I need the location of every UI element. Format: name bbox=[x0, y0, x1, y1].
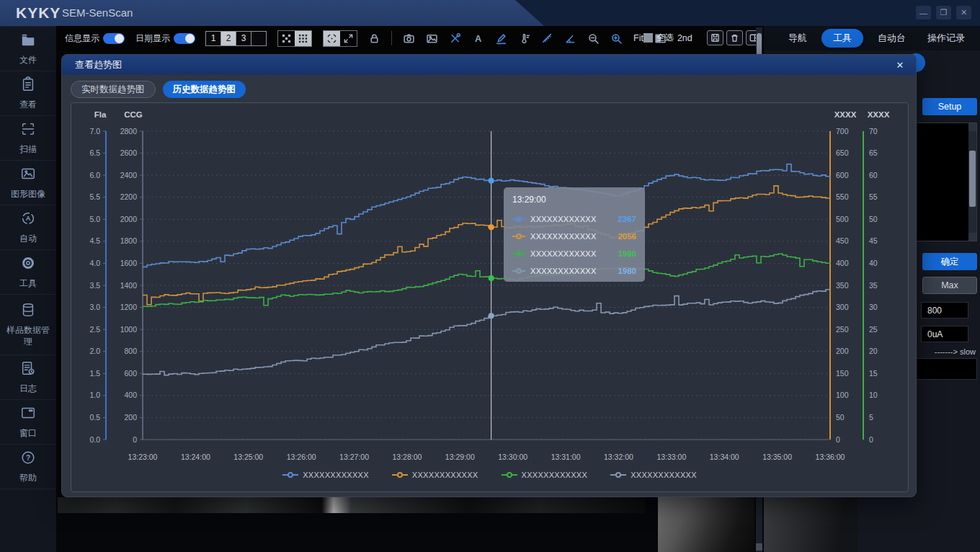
toggle-switch[interactable] bbox=[174, 33, 195, 44]
value-field-current[interactable]: 0uA bbox=[921, 326, 968, 342]
tooltip-series-value: 2367 bbox=[618, 215, 636, 223]
close-button[interactable]: ✕ bbox=[956, 6, 971, 19]
sidebar-item-5[interactable]: A自动 bbox=[0, 205, 56, 250]
trend-tab-1[interactable]: 实时数据趋势图 bbox=[71, 81, 156, 98]
svg-text:1.0: 1.0 bbox=[89, 391, 100, 399]
svg-text:Fla: Fla bbox=[94, 110, 107, 119]
svg-text:25: 25 bbox=[869, 325, 878, 334]
camera-icon[interactable] bbox=[403, 32, 415, 45]
svg-text:500: 500 bbox=[836, 215, 849, 223]
second-detector-button[interactable]: 2nd bbox=[677, 33, 692, 43]
svg-text:13:36:00: 13:36:00 bbox=[816, 453, 845, 461]
fit-button[interactable]: Fit bbox=[633, 33, 643, 43]
dialog-header[interactable]: 查看趋势图 ✕ bbox=[62, 55, 916, 75]
zoom-in-icon[interactable] bbox=[610, 32, 623, 45]
svg-text:6.5: 6.5 bbox=[89, 148, 100, 157]
svg-text:13:29:00: 13:29:00 bbox=[445, 453, 475, 461]
svg-text:2400: 2400 bbox=[120, 171, 138, 179]
preview-scroll-thumb[interactable] bbox=[969, 151, 976, 207]
value-field-800[interactable]: 800 bbox=[921, 302, 968, 319]
legend-item-3[interactable]: XXXXXXXXXXXX bbox=[502, 468, 588, 481]
tooltip-row: XXXXXXXXXXXX2367 bbox=[512, 210, 636, 228]
grid-dense-icon[interactable] bbox=[295, 31, 311, 46]
svg-text:50: 50 bbox=[836, 413, 845, 422]
sidebar-item-9[interactable]: 窗口 bbox=[0, 400, 56, 445]
trend-chart-panel: 7.02800700706.52600650656.02400600605.52… bbox=[71, 102, 909, 492]
sidebar-item-4[interactable]: 图形图像 bbox=[0, 161, 56, 205]
expand-icon[interactable] bbox=[340, 31, 357, 46]
maximize-button[interactable]: ❐ bbox=[936, 6, 951, 19]
crosshair-icon[interactable] bbox=[324, 31, 340, 46]
minimize-button[interactable]: — bbox=[916, 6, 931, 19]
setup-button[interactable]: Setup bbox=[922, 98, 977, 115]
legend-item-2[interactable]: XXXXXXXXXXXX bbox=[392, 468, 478, 481]
sem-image-fragment bbox=[764, 497, 858, 552]
close-icon[interactable]: ✕ bbox=[894, 59, 906, 71]
confirm-button[interactable]: 确定 bbox=[922, 253, 977, 270]
select-all-control[interactable]: 全选 bbox=[643, 32, 674, 44]
svg-text:A: A bbox=[26, 215, 31, 222]
svg-text:550: 550 bbox=[836, 192, 849, 201]
page-box-3[interactable]: 3 bbox=[236, 31, 251, 46]
svg-text:13:27:00: 13:27:00 bbox=[339, 453, 369, 461]
thermometer-icon[interactable] bbox=[518, 32, 530, 45]
preview-scroll-down[interactable] bbox=[968, 233, 976, 241]
trend-chart[interactable]: 7.02800700706.52600650656.02400600605.52… bbox=[71, 103, 909, 493]
tab-4[interactable]: 操作记录 bbox=[920, 29, 972, 48]
tab-2[interactable]: 工具 bbox=[821, 29, 863, 48]
series-marker-icon bbox=[282, 468, 298, 481]
svg-text:13:33:00: 13:33:00 bbox=[656, 453, 686, 461]
tooltip-series-value: 1980 bbox=[618, 249, 636, 258]
tab-1[interactable]: 导航 bbox=[781, 29, 814, 48]
svg-text:4.0: 4.0 bbox=[89, 259, 100, 267]
scrollbar-arrow[interactable] bbox=[756, 543, 762, 551]
page-box-2[interactable]: 2 bbox=[220, 31, 236, 46]
sidebar-item-6[interactable]: 工具 bbox=[0, 250, 56, 295]
text-icon[interactable]: A bbox=[472, 32, 484, 45]
page-box-4[interactable] bbox=[251, 31, 267, 46]
tab-3[interactable]: 自动台 bbox=[870, 29, 913, 48]
tooltip-time: 13:29:00 bbox=[512, 195, 636, 205]
angle-icon[interactable] bbox=[564, 32, 576, 45]
wrench-icon[interactable] bbox=[449, 32, 461, 45]
svg-text:5.0: 5.0 bbox=[89, 215, 100, 223]
page-box-1[interactable]: 1 bbox=[205, 31, 221, 46]
trend-tab-2[interactable]: 历史数据趋势图 bbox=[163, 81, 246, 98]
svg-text:2.5: 2.5 bbox=[89, 325, 100, 334]
grid-dots-icon[interactable] bbox=[278, 31, 295, 46]
max-button[interactable]: Max bbox=[922, 277, 977, 294]
zoom-out-icon[interactable] bbox=[587, 32, 600, 45]
svg-text:1.5: 1.5 bbox=[89, 369, 100, 378]
svg-text:30: 30 bbox=[869, 303, 878, 311]
svg-text:70: 70 bbox=[869, 127, 878, 135]
sidebar-item-7[interactable]: 样品数据管理 bbox=[0, 295, 56, 355]
legend-item-4[interactable]: XXXXXXXXXXXX bbox=[610, 468, 697, 481]
delete-icon-button[interactable] bbox=[726, 30, 743, 45]
sidebar-item-2[interactable]: 查看 bbox=[0, 71, 56, 116]
right-tab-bar: 导航工具自动台操作记录参数设置 bbox=[764, 26, 980, 50]
select-all-checkbox[interactable] bbox=[643, 33, 653, 43]
sidebar-item-10[interactable]: ?帮助 bbox=[0, 445, 56, 489]
snapshot-icon[interactable] bbox=[426, 32, 438, 45]
svg-text:700: 700 bbox=[836, 127, 849, 135]
pen-icon[interactable] bbox=[495, 32, 507, 45]
preview-scroll-up[interactable] bbox=[968, 123, 976, 131]
sidebar-item-1[interactable]: 文件 bbox=[0, 27, 56, 71]
svg-text:65: 65 bbox=[869, 148, 878, 157]
view-mode-group bbox=[277, 30, 312, 47]
sidebar-item-label: 文件 bbox=[19, 55, 37, 66]
toggle-switch[interactable] bbox=[103, 33, 125, 44]
sidebar-item-3[interactable]: 扫描 bbox=[0, 116, 56, 161]
legend-label: XXXXXXXXXXXX bbox=[631, 471, 697, 479]
toggle-2: 日期显示 bbox=[135, 32, 195, 45]
measure-icon[interactable] bbox=[541, 32, 553, 45]
sidebar-item-8[interactable]: 日志 bbox=[0, 355, 56, 400]
log-icon bbox=[20, 360, 36, 379]
legend-item-1[interactable]: XXXXXXXXXXXX bbox=[282, 468, 369, 481]
toggle-label: 日期显示 bbox=[135, 32, 170, 45]
svg-text:5.5: 5.5 bbox=[89, 192, 100, 201]
sem-image-thumbnail bbox=[658, 497, 754, 552]
lock-icon[interactable] bbox=[368, 32, 380, 45]
sidebar-item-label: 样品数据管理 bbox=[3, 325, 53, 347]
save-icon-button[interactable] bbox=[707, 30, 723, 45]
